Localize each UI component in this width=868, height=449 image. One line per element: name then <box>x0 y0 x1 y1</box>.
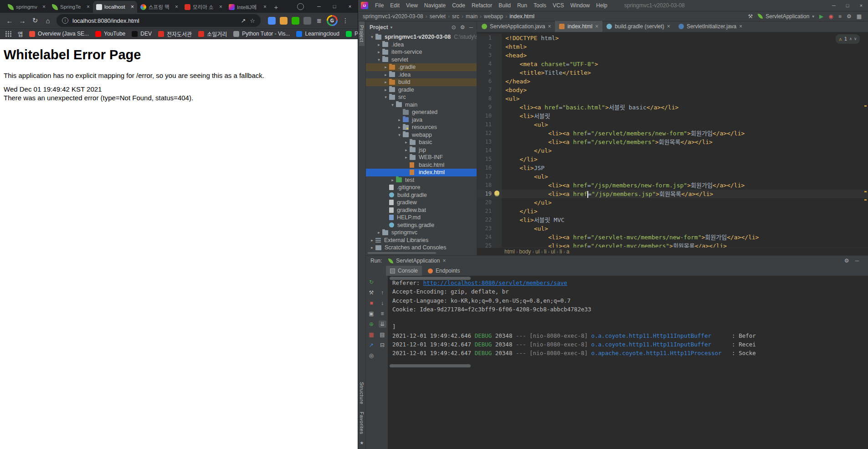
menu-run[interactable]: Run <box>514 2 530 9</box>
tab-close-icon[interactable]: × <box>595 23 598 30</box>
tree-chevron-icon[interactable]: ▾ <box>383 95 388 99</box>
menu-edit[interactable]: Edit <box>387 2 403 9</box>
editor-tab-build-gradle-servlet[interactable]: build.gradle (servlet)× <box>602 21 674 32</box>
thread-dump-icon[interactable]: ▣ <box>368 310 375 317</box>
stop-button[interactable]: ■ <box>838 13 842 20</box>
scrollbar-warning-mark[interactable] <box>864 105 867 107</box>
tree-item-jsp[interactable]: ▸jsp <box>366 146 477 154</box>
code-line-24[interactable]: 24 <li><a href="/servlet-mvc/members/new… <box>477 233 868 242</box>
stop-icon[interactable]: ■ <box>368 299 375 307</box>
code-line-2[interactable]: 2<html> <box>477 42 868 51</box>
menu-help[interactable]: Help <box>593 2 611 9</box>
tree-chevron-icon[interactable]: ▸ <box>404 155 409 160</box>
profile-avatar[interactable]: G <box>327 15 338 26</box>
tree-item-scratches-and-consoles[interactable]: ▸Scratches and Consoles <box>366 244 477 252</box>
breadcrumb-item[interactable]: main <box>465 13 478 20</box>
tree-chevron-icon[interactable]: ▸ <box>383 65 388 69</box>
console-output[interactable]: Referer: http://localhost:8080/servlet/m… <box>388 276 868 449</box>
breadcrumb-item[interactable]: webapp <box>483 13 504 20</box>
browser-tab[interactable]: 스프링 핵× <box>137 1 181 13</box>
tag-breadcrumb-item[interactable]: ul <box>535 248 539 255</box>
tree-item-idea[interactable]: ▸.idea <box>366 41 477 49</box>
run-tab[interactable]: ServletApplication × <box>386 258 447 264</box>
scroll-to-end-icon[interactable]: ⇊ <box>379 320 386 328</box>
tree-item-springmvc[interactable]: ▸springmvc <box>366 229 477 237</box>
tree-item-generated[interactable]: generated <box>366 108 477 116</box>
run-tab-endpoints[interactable]: Endpoints <box>424 266 464 276</box>
build-hammer-icon[interactable]: ⚒ <box>748 13 753 20</box>
close-button[interactable]: × <box>854 0 868 11</box>
locate-file-icon[interactable]: ⊙ <box>452 24 456 31</box>
code-line-12[interactable]: 12 <li><a href="/servlet/members/new-for… <box>477 129 868 138</box>
media-controls-icon[interactable] <box>297 3 304 10</box>
tree-item-gradle[interactable]: ▸.gradle <box>366 63 477 71</box>
code-line-8[interactable]: 8<ul> <box>477 94 868 103</box>
run-configuration-select[interactable]: ServletApplication ▾ <box>758 13 814 20</box>
breadcrumb-item[interactable]: springmvc1-v2020-03-08 <box>362 13 424 20</box>
debug-button[interactable]: ◉ <box>828 13 833 20</box>
apps-grid-icon[interactable] <box>5 31 11 37</box>
scrollbar-warning-mark[interactable] <box>864 191 867 192</box>
code-line-11[interactable]: 11 <ul> <box>477 120 868 129</box>
tree-item-resources[interactable]: ▸resources <box>366 124 477 131</box>
console-link[interactable]: http://localhost:8080/servlet/members/sa… <box>423 279 567 286</box>
bookmark-item[interactable]: Overview (Java SE... <box>29 31 89 37</box>
tree-chevron-icon[interactable]: ▸ <box>397 118 402 122</box>
code-line-10[interactable]: 10 <li>서블릿 <box>477 112 868 120</box>
structure-tool-button[interactable]: Structure <box>359 378 365 408</box>
prev-warning-icon[interactable]: ∧ <box>849 35 852 43</box>
editor-tab-index-html[interactable]: index.html× <box>555 21 602 32</box>
menu-file[interactable]: File <box>372 2 387 9</box>
layout-icon[interactable]: ▦ <box>857 13 862 20</box>
code-line-17[interactable]: 17 <ul> <box>477 172 868 181</box>
menu-tools[interactable]: Tools <box>530 2 550 9</box>
browser-tab[interactable]: springmv× <box>5 1 49 13</box>
code-line-20[interactable]: 20 </ul> <box>477 198 868 207</box>
tree-item-webapp[interactable]: ▾webapp <box>366 131 477 139</box>
maximize-button[interactable]: □ <box>841 0 854 11</box>
edit-configuration-icon[interactable]: ⚒ <box>368 289 375 296</box>
tree-chevron-icon[interactable]: ▸ <box>376 50 381 54</box>
tab-close-icon[interactable]: × <box>263 4 267 10</box>
new-tab-button[interactable]: + <box>270 1 282 13</box>
tag-breadcrumb-item[interactable]: body <box>519 248 531 255</box>
editor-tab-servletinitializer-java[interactable]: ServletInitializer.java× <box>674 21 746 32</box>
bookmark-item[interactable]: Learningcloud <box>296 31 339 37</box>
reload-icon[interactable]: ↻ <box>29 15 41 26</box>
tab-close-icon[interactable]: × <box>548 23 551 30</box>
soft-wrap-icon[interactable]: ≡ <box>379 310 386 317</box>
inspections-widget[interactable]: ⚠ 1 ∧ ∨ <box>836 34 860 44</box>
tree-item-gradle[interactable]: ▸gradle <box>366 86 477 94</box>
chrome-menu-icon[interactable]: ⋮ <box>339 17 352 24</box>
tree-item-external-libraries[interactable]: ▸External Libraries <box>366 237 477 244</box>
code-line-9[interactable]: 9 <li><a href="basic.html">서블릿 basic</a>… <box>477 103 868 112</box>
restart-icon[interactable]: ▦ <box>368 331 375 338</box>
browser-tab[interactable]: IntelliJ에× <box>226 1 270 13</box>
hide-panel-icon[interactable]: ─ <box>855 258 859 264</box>
share-icon[interactable]: ↗ <box>241 17 246 24</box>
apps-label[interactable]: 앱 <box>18 30 23 38</box>
forward-icon[interactable]: → <box>16 15 28 26</box>
clear-all-icon[interactable]: ⊟ <box>379 341 386 349</box>
bookmark-item[interactable]: DEV <box>132 31 152 37</box>
settings-gear-icon[interactable]: ⚙ <box>847 13 852 20</box>
bookmark-item[interactable]: YouTube <box>95 31 125 37</box>
tree-chevron-icon[interactable]: ▸ <box>370 238 375 243</box>
bookmark-item[interactable]: 전자도서관 <box>158 30 192 38</box>
tree-item-gitignore[interactable]: .gitignore <box>366 184 477 191</box>
tree-item-test[interactable]: ▸test <box>366 176 477 184</box>
project-panel-title[interactable]: Project <box>370 24 388 31</box>
extension-icon-dark[interactable] <box>303 17 311 25</box>
project-tool-button[interactable]: Project <box>359 21 365 46</box>
print-icon[interactable]: ▤ <box>379 331 386 338</box>
back-icon[interactable]: ← <box>4 15 15 26</box>
tree-chevron-icon[interactable]: ▾ <box>390 103 395 107</box>
tag-breadcrumb-item[interactable]: li <box>544 248 546 255</box>
tree-chevron-icon[interactable]: ▸ <box>370 245 375 250</box>
tab-close-icon[interactable]: × <box>175 4 178 10</box>
menu-refactor[interactable]: Refactor <box>468 2 495 9</box>
prev-occurrence-icon[interactable]: ↑ <box>379 289 386 296</box>
minimize-button[interactable]: ─ <box>311 0 327 13</box>
rerun-icon[interactable]: ↻ <box>368 279 375 286</box>
menu-view[interactable]: View <box>403 2 421 9</box>
